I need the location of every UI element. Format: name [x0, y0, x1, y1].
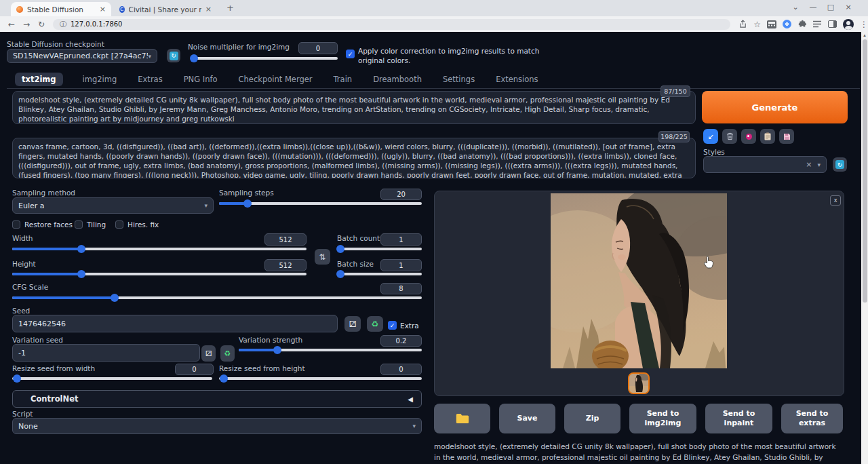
send-to-extras-button[interactable]: Send to extras — [781, 404, 843, 433]
browser-tab-civitai[interactable]: C Civitai | Share your models × — [114, 2, 217, 16]
dice-icon: ⚂ — [205, 349, 212, 358]
send-to-inpaint-button[interactable]: Send to inpaint — [705, 404, 772, 433]
noise-multiplier-slider[interactable] — [191, 57, 338, 60]
hires-fix-checkbox[interactable] — [115, 220, 123, 229]
forward-icon[interactable]: → — [19, 20, 34, 29]
resize-seed-height-slider[interactable] — [219, 377, 422, 380]
paste-params-button[interactable]: ↙ — [703, 129, 718, 144]
apps-grid-icon[interactable] — [767, 20, 776, 28]
tab-extras[interactable]: Extras — [136, 73, 163, 86]
controlnet-label: ControlNet — [31, 394, 78, 404]
tab-img2img[interactable]: img2img — [81, 73, 119, 86]
seed-random-button[interactable]: ⚂ — [344, 316, 361, 332]
browser-tab-stable-diffusion[interactable]: Stable Diffusion × — [11, 2, 111, 16]
batch-size-value[interactable]: 1 — [380, 259, 422, 271]
width-value[interactable]: 512 — [264, 233, 307, 246]
noise-multiplier-value[interactable]: 0 — [298, 42, 338, 54]
tab-close-icon[interactable]: × — [205, 5, 212, 14]
tab-close-icon[interactable]: × — [100, 5, 106, 14]
bookmark-star-icon[interactable]: ☆ — [753, 20, 761, 29]
restore-faces-checkbox[interactable] — [12, 220, 20, 229]
sampling-steps-value[interactable]: 20 — [380, 189, 422, 200]
address-bar[interactable]: ⓘ 127.0.0.1:7860 — [53, 19, 730, 30]
site-info-icon[interactable]: ⓘ — [60, 20, 66, 29]
side-panel-icon[interactable] — [828, 20, 837, 28]
resize-seed-height-value[interactable]: 0 — [380, 364, 422, 375]
profile-avatar[interactable] — [843, 19, 854, 30]
window-close-button[interactable]: × — [840, 3, 857, 12]
resize-seed-width-value[interactable]: 0 — [175, 364, 214, 375]
reading-list-icon[interactable] — [812, 20, 822, 28]
script-dropdown[interactable]: None ▾ — [12, 418, 422, 434]
sampling-method-dropdown[interactable]: Euler a ▾ — [12, 197, 214, 214]
variation-strength-value[interactable]: 0.2 — [380, 335, 422, 347]
browser-menu-kebab-icon[interactable]: ⋮ — [860, 20, 868, 29]
zip-button[interactable]: Zip — [564, 404, 620, 433]
page-scrollbar[interactable]: ▴ — [861, 32, 868, 464]
reload-icon[interactable]: ↻ — [34, 20, 49, 29]
variation-seed-reuse-button[interactable]: ♻ — [220, 345, 235, 362]
extra-seed-checkbox[interactable]: ✓ — [388, 321, 397, 330]
window-minimize-button[interactable]: — — [804, 3, 822, 12]
cfg-scale-slider[interactable] — [12, 296, 422, 299]
styles-refresh-button[interactable]: ↻ — [833, 157, 847, 172]
width-slider[interactable] — [12, 248, 307, 250]
tab-dreambooth[interactable]: Dreambooth — [372, 73, 423, 86]
new-tab-button[interactable]: + — [226, 3, 234, 13]
height-slider[interactable] — [12, 273, 307, 275]
save-button[interactable]: Save — [499, 404, 555, 433]
scroll-up-icon[interactable]: ▴ — [861, 32, 868, 39]
accordion-collapse-icon: ◀ — [408, 395, 413, 403]
tiling-checkbox[interactable] — [75, 220, 83, 229]
generate-button[interactable]: Generate — [702, 91, 848, 123]
generated-image[interactable] — [551, 193, 727, 368]
window-restore-button[interactable]: □ — [822, 3, 840, 12]
tab-extensions[interactable]: Extensions — [494, 73, 539, 86]
gallery-thumbnail[interactable] — [628, 372, 650, 394]
height-value[interactable]: 512 — [264, 259, 307, 271]
styles-dropdown[interactable]: × ▾ — [703, 156, 827, 173]
save-style-button[interactable] — [779, 129, 794, 144]
gallery-close-button[interactable]: x — [830, 195, 841, 206]
check-icon: ✓ — [348, 51, 353, 58]
recycle-icon: ♻ — [224, 349, 231, 358]
resize-seed-width-slider[interactable] — [12, 377, 212, 380]
sampling-steps-slider[interactable] — [219, 202, 422, 205]
seed-reuse-button[interactable]: ♻ — [367, 316, 383, 332]
tab-checkpoint-merger[interactable]: Checkpoint Merger — [237, 73, 314, 86]
browser-menu-chevron-icon[interactable]: ⌄ — [787, 3, 804, 12]
cfg-scale-value[interactable]: 8 — [380, 283, 422, 294]
paste-arrow-icon: ↙ — [707, 132, 713, 141]
send-to-img2img-button[interactable]: Send to img2img — [629, 404, 696, 433]
variation-strength-slider[interactable] — [239, 349, 422, 351]
open-folder-button[interactable] — [434, 404, 490, 433]
batch-count-slider[interactable] — [337, 248, 422, 250]
tab-train[interactable]: Train — [332, 73, 354, 86]
tab-txt2img[interactable]: txt2img — [15, 73, 63, 86]
extensions-puzzle-icon[interactable] — [797, 20, 806, 28]
controlnet-accordion[interactable]: ControlNet ◀ — [12, 390, 422, 408]
batch-count-value[interactable]: 1 — [380, 233, 422, 246]
prompt-input[interactable]: modelshoot style, (extremely detailed CG… — [12, 91, 696, 124]
scrollbar-thumb[interactable] — [863, 39, 867, 303]
tab-png-info[interactable]: PNG Info — [182, 73, 219, 86]
checkpoint-dropdown[interactable]: SD15NewVAEpruned.ckpt [27a4ac756c] ▾ — [7, 49, 157, 63]
share-icon[interactable] — [738, 20, 747, 28]
clear-prompt-button[interactable] — [722, 129, 737, 144]
tab-settings[interactable]: Settings — [441, 73, 476, 86]
back-icon[interactable]: ← — [4, 20, 19, 29]
variation-seed-input[interactable] — [12, 344, 200, 362]
apply-style-button[interactable] — [760, 129, 775, 144]
extension-blue-dot-icon[interactable] — [783, 20, 791, 28]
swap-dimensions-button[interactable]: ⇅ — [315, 249, 330, 265]
checkpoint-refresh-button[interactable]: ↻ — [167, 49, 180, 62]
styles-clear-icon[interactable]: × — [806, 160, 812, 169]
color-correction-checkbox[interactable]: ✓ — [346, 50, 355, 58]
refresh-icon: ↻ — [835, 160, 844, 169]
seed-input[interactable] — [12, 315, 338, 332]
checkpoint-label: Stable Diffusion checkpoint — [7, 40, 104, 48]
extra-networks-button[interactable] — [741, 129, 756, 144]
variation-seed-random-button[interactable]: ⚂ — [201, 345, 216, 362]
negative-prompt-input[interactable]: canvas frame, cartoon, 3d, ((disfigured)… — [12, 138, 696, 178]
batch-size-slider[interactable] — [337, 273, 422, 275]
